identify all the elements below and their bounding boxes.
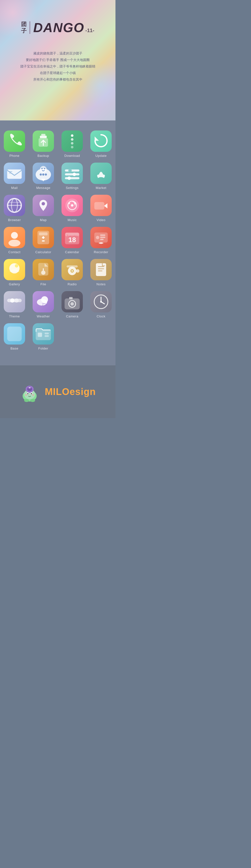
- icon-grid: PhoneBackupDownloadUpdateMailMessageSett…: [2, 130, 113, 350]
- icon-item-market[interactable]: Market: [89, 163, 113, 190]
- icon-item-folder[interactable]: Folder: [31, 323, 55, 350]
- brand-dango: DANGO: [33, 20, 84, 35]
- svg-point-93: [27, 393, 29, 395]
- icon-label-weather: Weather: [37, 314, 50, 318]
- svg-point-16: [40, 166, 47, 173]
- icon-item-theme[interactable]: Theme: [2, 291, 26, 318]
- svg-rect-10: [9, 171, 12, 172]
- svg-rect-52: [100, 237, 105, 238]
- svg-rect-9: [7, 169, 22, 179]
- svg-rect-88: [45, 335, 49, 337]
- svg-rect-1: [41, 134, 45, 136]
- icon-item-file[interactable]: File: [31, 259, 55, 286]
- svg-rect-84: [7, 327, 22, 341]
- svg-point-4: [71, 134, 73, 137]
- icon-label-calendar: Calendar: [65, 250, 79, 254]
- svg-point-17: [41, 168, 43, 169]
- icon-label-gallery: Gallery: [9, 282, 20, 286]
- icon-item-radio[interactable]: Radio: [60, 259, 84, 286]
- icon-item-base[interactable]: Base: [2, 323, 26, 350]
- icon-label-browser: Browser: [8, 218, 21, 222]
- icon-box-phone: [4, 130, 25, 152]
- icon-box-message: [33, 163, 54, 184]
- svg-point-64: [76, 269, 80, 273]
- svg-point-5: [71, 138, 73, 141]
- svg-rect-79: [69, 297, 73, 299]
- icon-item-download[interactable]: Download: [60, 130, 84, 158]
- main-content: PhoneBackupDownloadUpdateMailMessageSett…: [0, 120, 116, 365]
- icon-item-browser[interactable]: Browser: [2, 195, 26, 222]
- icon-item-gallery[interactable]: Gallery: [2, 259, 26, 286]
- icon-box-browser: [4, 195, 25, 216]
- icon-label-clock: Clock: [97, 314, 105, 318]
- icon-label-update: Update: [95, 154, 107, 158]
- svg-point-96: [32, 394, 34, 396]
- icon-item-update[interactable]: Update: [89, 130, 113, 158]
- icon-label-download: Download: [64, 154, 80, 158]
- svg-point-95: [25, 394, 27, 396]
- icon-box-calculator: [33, 227, 54, 248]
- icon-label-settings: Settings: [66, 186, 79, 190]
- icon-item-camera[interactable]: Camera: [60, 291, 84, 318]
- icon-box-music: [62, 195, 83, 216]
- svg-point-32: [71, 204, 73, 207]
- icon-label-calculator: Calculator: [35, 250, 52, 254]
- icon-item-calendar[interactable]: 18TuesdayCalendar: [60, 227, 84, 254]
- icon-label-theme: Theme: [9, 314, 20, 318]
- svg-point-37: [11, 232, 18, 239]
- svg-rect-21: [65, 174, 80, 176]
- hero-description: 顽皮的烧焦团子，温柔的豆沙团子 要好地团子们 手牵着手 围成一个大大地圆圈 团子…: [20, 50, 95, 83]
- icon-box-file: [33, 259, 54, 280]
- icon-box-download: [62, 130, 83, 152]
- icon-label-music: Music: [67, 218, 76, 222]
- icon-label-market: Market: [96, 186, 106, 190]
- icon-item-message[interactable]: Message: [31, 163, 55, 190]
- icon-item-settings[interactable]: Settings: [60, 163, 84, 190]
- icon-box-mail: [4, 163, 25, 184]
- icon-item-recorder[interactable]: Recorder: [89, 227, 113, 254]
- svg-rect-0: [40, 135, 47, 138]
- svg-point-22: [72, 173, 76, 176]
- icon-box-base: [4, 323, 25, 345]
- icon-item-calculator[interactable]: Calculator: [31, 227, 55, 254]
- icon-item-music[interactable]: Music: [60, 195, 84, 222]
- svg-point-100: [24, 399, 29, 402]
- svg-point-6: [71, 142, 73, 145]
- icon-label-mail: Mail: [11, 186, 18, 190]
- icon-label-folder: Folder: [38, 346, 49, 350]
- icon-item-phone[interactable]: Phone: [2, 130, 26, 158]
- icon-item-mail[interactable]: Mail: [2, 163, 26, 190]
- icon-box-notes: [90, 259, 112, 280]
- icon-item-clock[interactable]: Clock: [89, 291, 113, 318]
- svg-rect-44: [39, 232, 48, 236]
- footer-brand: MILOesign: [45, 386, 96, 397]
- svg-point-63: [71, 270, 73, 272]
- icon-box-calendar: 18Tuesday: [62, 227, 83, 248]
- icon-label-recorder: Recorder: [94, 250, 108, 254]
- footer: MILOesign: [0, 365, 116, 418]
- icon-item-map[interactable]: Map: [31, 195, 55, 222]
- icon-label-camera: Camera: [66, 314, 78, 318]
- svg-point-50: [96, 236, 99, 239]
- icon-item-contact[interactable]: Contact: [2, 227, 26, 254]
- icon-box-backup: [33, 130, 54, 152]
- icon-item-backup[interactable]: Backup: [31, 130, 55, 158]
- svg-point-57: [15, 264, 18, 268]
- svg-rect-53: [100, 239, 104, 240]
- svg-text:7°c: 7°c: [42, 302, 48, 306]
- svg-point-101: [30, 399, 35, 402]
- svg-rect-66: [96, 263, 106, 276]
- svg-point-71: [10, 298, 14, 303]
- icon-box-camera: [62, 291, 83, 312]
- svg-text:Tuesday: Tuesday: [66, 235, 78, 238]
- brand-divider: [30, 21, 30, 34]
- svg-rect-86: [38, 333, 42, 337]
- svg-rect-23: [65, 177, 80, 179]
- icon-item-notes[interactable]: Notes: [89, 259, 113, 286]
- icon-item-weather[interactable]: 7°cWeather: [31, 291, 55, 318]
- svg-rect-11: [9, 173, 11, 174]
- icon-item-video[interactable]: Video: [89, 195, 113, 222]
- svg-point-33: [68, 203, 70, 204]
- icon-box-weather: 7°c: [33, 291, 54, 312]
- svg-point-18: [44, 168, 45, 169]
